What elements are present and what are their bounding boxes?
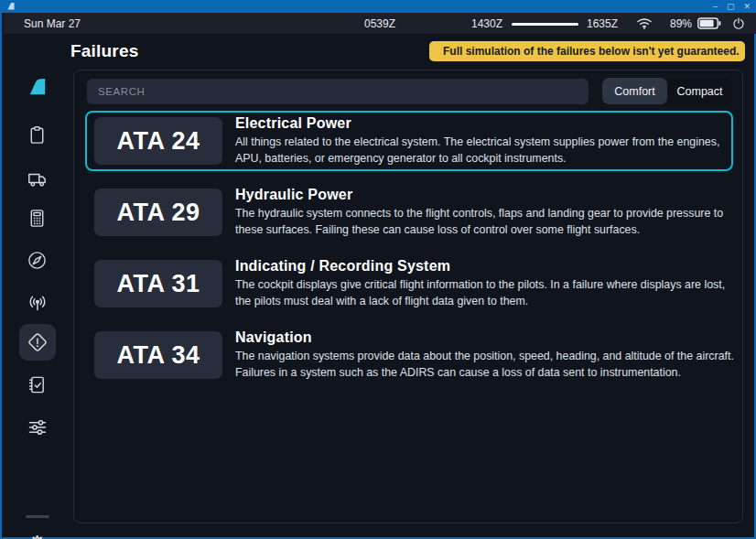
close-icon[interactable]: ✕ — [743, 0, 751, 13]
failure-description: All things related to the electrical sys… — [235, 135, 734, 167]
view-mode-toggle: Comfort Compact — [602, 78, 732, 104]
sidebar-item-presets[interactable] — [4, 416, 70, 438]
warning-text: Full simulation of the failures below is… — [443, 45, 740, 58]
page-title: Failures — [70, 41, 138, 61]
sidebar-item-ground[interactable] — [4, 167, 70, 189]
efb-window: – ▢ ✕ Sun Mar 27 0539Z 1430Z 1635Z 89% — [0, 0, 756, 539]
ata-badge: ATA 24 — [94, 117, 222, 165]
power-button-icon[interactable] — [731, 13, 746, 34]
failure-category-list: ATA 24 Electrical Power All things relat… — [85, 111, 733, 396]
failure-description: The cockpit displays give critical fligh… — [235, 277, 734, 309]
failure-category-card[interactable]: ATA 29 Hydraulic Power The hydraulic sys… — [85, 182, 733, 243]
wifi-icon — [636, 13, 653, 34]
failure-title: Electrical Power — [235, 115, 734, 132]
sidebar-item-settings[interactable]: ⚙ — [4, 532, 70, 539]
sidebar-item-checklists[interactable] — [4, 374, 70, 395]
app-logo-icon — [6, 2, 16, 11]
failures-panel: Comfort Compact ATA 24 Electrical Power … — [73, 70, 743, 523]
search-input[interactable] — [87, 79, 589, 104]
sidebar-item-atc[interactable] — [4, 292, 70, 314]
sidebar-selected-highlight — [19, 324, 56, 361]
flybywire-logo — [4, 77, 70, 97]
sidebar-item-dashboard[interactable] — [4, 124, 70, 146]
gear-icon: ⚙ — [28, 532, 47, 539]
schedule-start-time: 1430Z — [471, 13, 502, 34]
sidebar-item-failures[interactable] — [4, 324, 70, 361]
view-compact-button[interactable]: Compact — [667, 78, 732, 104]
os-titlebar: – ▢ ✕ — [2, 0, 756, 13]
ata-badge: ATA 31 — [94, 260, 222, 307]
failure-category-card[interactable]: ATA 24 Electrical Power All things relat… — [85, 111, 733, 171]
battery-percent: 89% — [670, 13, 692, 34]
schedule-progress-bar[interactable] — [512, 23, 578, 26]
failure-category-card[interactable]: ATA 31 Indicating / Recording System The… — [85, 253, 733, 314]
minimize-icon[interactable]: – — [713, 0, 718, 13]
statusbar-date: Sun Mar 27 — [24, 13, 81, 34]
ata-badge: ATA 34 — [94, 331, 222, 379]
failure-description: The navigation systems provide data abou… — [235, 349, 734, 381]
view-comfort-button[interactable]: Comfort — [602, 78, 667, 104]
maximize-icon[interactable]: ▢ — [727, 0, 735, 13]
failure-title: Indicating / Recording System — [235, 258, 734, 275]
warning-banner: Full simulation of the failures below is… — [429, 41, 745, 61]
ata-badge: ATA 29 — [94, 189, 222, 236]
failure-category-card[interactable]: ATA 34 Navigation The navigation systems… — [85, 325, 733, 385]
sidebar-item-performance[interactable] — [4, 208, 70, 229]
sidebar-item-navigation[interactable] — [4, 250, 70, 271]
failure-title: Hydraulic Power — [235, 187, 734, 203]
schedule-end-time: 1635Z — [587, 13, 618, 34]
battery-icon — [697, 13, 721, 34]
sidebar: ⚙ — [4, 34, 70, 537]
statusbar-utc-time: 0539Z — [364, 13, 395, 34]
statusbar: Sun Mar 27 0539Z 1430Z 1635Z 89% — [4, 13, 756, 34]
failure-description: The hydraulic system connects to the fli… — [235, 206, 734, 238]
failure-title: Navigation — [235, 329, 734, 346]
sidebar-divider — [26, 515, 49, 518]
